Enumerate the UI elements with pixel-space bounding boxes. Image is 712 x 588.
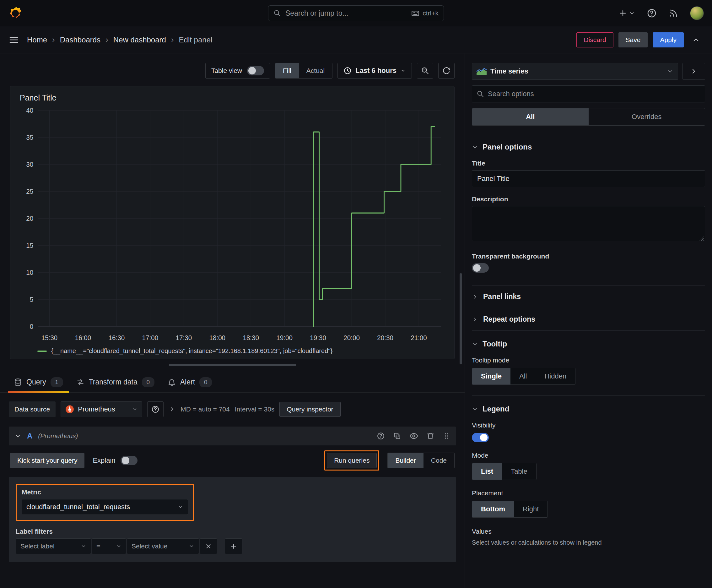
query-row-header[interactable]: A (Prometheus) [9,426,456,445]
legend-mode-label: Mode [472,452,705,459]
grafana-logo[interactable] [8,6,23,20]
help-button[interactable] [647,8,657,18]
chevron-down-icon [629,10,635,16]
builder-code-segmented: Builder Code [387,453,455,468]
legend-visibility-toggle[interactable] [472,433,489,442]
remove-filter-button[interactable] [200,538,217,554]
legend-mode-table[interactable]: Table [502,463,536,480]
help-icon[interactable] [377,432,385,440]
visualization-picker[interactable]: Time series [472,63,678,80]
select-value-dropdown[interactable]: Select value [127,538,199,554]
visualization-name: Time series [490,67,528,76]
chevron-right-icon [472,294,478,300]
collapse-toolbar-button[interactable] [689,33,703,47]
legend-series-label[interactable]: {__name__="cloudflared_tunnel_total_requ… [51,348,332,355]
svg-text:17:00: 17:00 [142,334,158,342]
panel-links-section[interactable]: Panel links [472,285,705,308]
search-input[interactable] [285,9,407,18]
discard-button[interactable]: Discard [576,33,613,47]
chevron-up-icon [692,36,700,44]
datasource-picker[interactable]: Prometheus [61,401,142,417]
eye-icon[interactable] [409,432,418,440]
svg-text:20: 20 [26,214,33,223]
time-range-picker[interactable]: Last 6 hours [338,63,412,79]
expand-options-button[interactable] [683,63,705,80]
svg-text:5: 5 [30,295,33,303]
table-view-toggle[interactable] [247,66,264,76]
transparent-background-toggle[interactable] [472,263,489,273]
svg-text:40: 40 [26,106,33,114]
select-value-placeholder: Select value [132,543,167,550]
datasource-help-button[interactable] [147,401,164,417]
save-button[interactable]: Save [619,33,648,47]
user-avatar[interactable] [690,6,704,20]
run-queries-button[interactable]: Run queries [327,453,377,468]
query-options-row: Kick start your query Explain Run querie… [9,445,456,476]
tab-transform-data[interactable]: Transform data 0 [71,372,160,392]
interval-info: Interval = 30s [235,405,275,413]
query-inspector-button[interactable]: Query inspector [279,402,340,417]
legend-placement-right[interactable]: Right [514,501,547,517]
time-series-chart[interactable]: 051015202530354015:3016:0016:3017:0017:3… [18,106,447,345]
duplicate-icon[interactable] [393,432,401,440]
menu-toggle-button[interactable] [9,35,19,45]
options-search[interactable] [472,85,705,102]
refresh-button[interactable] [438,63,455,79]
tab-alert[interactable]: Alert 0 [162,372,218,392]
breadcrumb-dashboards[interactable]: Dashboards [60,36,101,44]
chevron-down-icon [472,341,478,347]
tooltip-mode-hidden[interactable]: Hidden [536,368,575,384]
tab-query[interactable]: Query 1 [8,372,69,392]
chevron-down-icon [400,68,406,74]
datasource-label: Data source [9,401,56,417]
builder-option[interactable]: Builder [388,453,423,468]
breadcrumb-new-dashboard[interactable]: New dashboard [113,36,166,44]
panel-options-header[interactable]: Panel options [472,143,705,151]
news-button[interactable] [669,8,678,18]
edit-panel-left: Table view Fill Actual Last 6 hours Pane… [0,54,465,588]
code-option[interactable]: Code [424,453,454,468]
trash-icon[interactable] [426,432,434,440]
options-search-input[interactable] [488,90,700,98]
new-button[interactable] [619,9,635,18]
global-search[interactable]: ctrl+k [268,5,444,21]
apply-button[interactable]: Apply [653,33,684,47]
topbar-actions [619,6,704,20]
legend-header[interactable]: Legend [472,404,705,413]
drag-handle-icon[interactable] [443,432,450,440]
legend-placement-bottom[interactable]: Bottom [472,501,514,517]
breadcrumb-separator: › [52,35,55,45]
tooltip-mode-single[interactable]: Single [472,368,511,384]
panel-resize-handle[interactable] [169,364,296,366]
actual-option[interactable]: Actual [299,63,332,78]
description-textarea[interactable] [472,206,705,241]
tab-transform-label: Transform data [89,378,137,386]
label-filter-row: Select label = Select value [16,538,449,554]
highlight-run-queries: Run queries [324,450,379,470]
operator-dropdown[interactable]: = [92,538,126,554]
plus-icon [230,543,237,550]
breadcrumb-separator: › [106,35,108,45]
prometheus-query-builder: Metric cloudflared_tunnel_total_requests… [9,477,456,562]
breadcrumb-home[interactable]: Home [27,36,47,44]
tooltip-mode-all[interactable]: All [511,368,536,384]
repeat-options-section[interactable]: Repeat options [472,308,705,331]
kick-start-button[interactable]: Kick start your query [10,453,84,468]
search-icon [274,9,281,17]
select-label-dropdown[interactable]: Select label [16,538,91,554]
metric-select[interactable]: cloudflared_tunnel_total_requests [22,499,188,515]
tooltip-header[interactable]: Tooltip [472,339,705,348]
add-filter-button[interactable] [225,538,242,554]
panel-title-input[interactable] [472,170,705,187]
explain-toggle[interactable] [121,456,137,465]
select-label-placeholder: Select label [20,543,55,550]
legend-mode-list[interactable]: List [472,463,502,480]
tab-all[interactable]: All [472,108,589,125]
scrollbar[interactable] [459,273,462,364]
tab-overrides[interactable]: Overrides [589,108,705,125]
transparent-background-label: Transparent background [472,253,705,260]
chevron-right-icon[interactable] [169,406,175,413]
zoom-out-button[interactable] [417,63,433,79]
fill-option[interactable]: Fill [275,63,299,78]
keyboard-icon [411,9,419,17]
